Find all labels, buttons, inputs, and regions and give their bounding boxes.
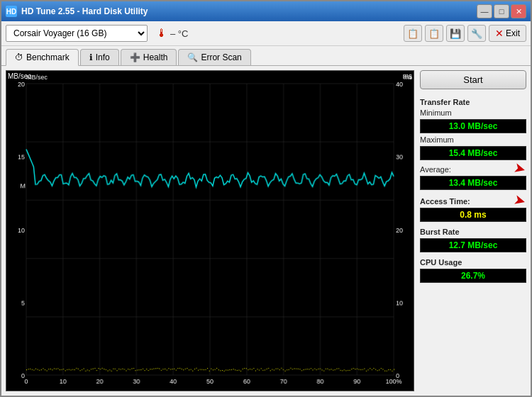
benchmark-tab-label: Benchmark	[26, 52, 70, 62]
exit-label: Exit	[506, 28, 520, 38]
access-time-row: Access Time: ➤	[420, 194, 526, 206]
copy-button-1[interactable]: 📋	[404, 25, 422, 42]
title-bar-left: HD HD Tune 2.55 - Hard Disk Utility	[6, 6, 148, 17]
window-controls: — □ ✕	[477, 4, 526, 18]
transfer-rate-title: Transfer Rate	[420, 98, 526, 106]
average-value: 13.4 MB/sec	[420, 176, 526, 190]
access-time-arrow-icon: ➤	[513, 193, 528, 207]
title-bar: HD HD Tune 2.55 - Hard Disk Utility — □ …	[1, 1, 531, 21]
burst-rate-group: Burst Rate 12.7 MB/sec	[420, 226, 526, 252]
tab-errorscan[interactable]: 🔍 Error Scan	[178, 49, 250, 65]
errorscan-tab-label: Error Scan	[201, 52, 241, 62]
tab-bar: ⏱ Benchmark ℹ Info ➕ Health 🔍 Error Scan	[1, 46, 531, 65]
benchmark-tab-icon: ⏱	[15, 52, 23, 62]
minimum-label: Minimum	[420, 108, 526, 117]
info-tab-icon: ℹ	[89, 52, 93, 62]
toolbar: Corsair Voyager (16 GB) 🌡 – °C 📋 📋 💾 🔧 ✕…	[1, 21, 531, 46]
toolbar-right: 📋 📋 💾 🔧 ✕ Exit	[404, 25, 526, 42]
main-window: HD HD Tune 2.55 - Hard Disk Utility — □ …	[0, 0, 532, 397]
app-icon: HD	[6, 6, 17, 17]
maximize-button[interactable]: □	[494, 4, 509, 18]
chart-y-axis-label-left: MB/sec	[8, 72, 31, 80]
settings-button[interactable]: 🔧	[467, 25, 486, 42]
cpu-usage-group: CPU Usage 26.7%	[420, 257, 526, 283]
tab-info[interactable]: ℹ Info	[80, 49, 119, 65]
tab-health[interactable]: ➕ Health	[121, 49, 177, 65]
minimum-value: 13.0 MB/sec	[420, 119, 526, 133]
cpu-usage-value: 26.7%	[420, 269, 526, 283]
access-time-value: 0.8 ms	[420, 208, 526, 222]
burst-rate-value: 12.7 MB/sec	[420, 238, 526, 252]
benchmark-canvas	[6, 71, 414, 391]
disk-select[interactable]: Corsair Voyager (16 GB)	[6, 25, 148, 42]
health-tab-label: Health	[143, 52, 168, 62]
save-button[interactable]: 💾	[446, 25, 465, 42]
info-tab-label: Info	[96, 52, 110, 62]
content-area: MB/sec ms Start Transfer Rate Minimum 13…	[1, 65, 531, 396]
maximum-label: Maximum	[420, 135, 526, 144]
average-arrow-icon: ➤	[513, 161, 528, 175]
exit-button[interactable]: ✕ Exit	[489, 25, 526, 42]
stats-sidebar: Start Transfer Rate Minimum 13.0 MB/sec …	[420, 70, 526, 391]
minimize-button[interactable]: —	[477, 4, 492, 18]
burst-rate-title: Burst Rate	[420, 228, 526, 236]
thermometer-icon: 🌡	[156, 27, 167, 40]
window-title: HD Tune 2.55 - Hard Disk Utility	[21, 6, 148, 16]
health-tab-icon: ➕	[130, 52, 140, 62]
average-label: Average:	[420, 165, 451, 174]
close-button[interactable]: ✕	[511, 4, 526, 18]
temp-value: – °C	[170, 28, 188, 39]
errorscan-tab-icon: 🔍	[187, 52, 198, 62]
tab-benchmark[interactable]: ⏱ Benchmark	[6, 49, 79, 66]
access-time-group: Access Time: ➤ 0.8 ms	[420, 194, 526, 222]
benchmark-chart-container: MB/sec ms	[6, 70, 414, 391]
chart-y-axis-label-right: ms	[403, 72, 412, 80]
exit-icon: ✕	[495, 28, 504, 39]
transfer-rate-group: Transfer Rate Minimum 13.0 MB/sec Maximu…	[420, 96, 526, 190]
start-button[interactable]: Start	[420, 70, 526, 89]
maximum-value: 15.4 MB/sec	[420, 146, 526, 160]
cpu-usage-title: CPU Usage	[420, 258, 526, 267]
average-row: Average: ➤	[420, 162, 526, 174]
temperature-display: 🌡 – °C	[156, 27, 188, 40]
access-time-title: Access Time:	[420, 197, 470, 206]
copy-button-2[interactable]: 📋	[425, 25, 443, 42]
